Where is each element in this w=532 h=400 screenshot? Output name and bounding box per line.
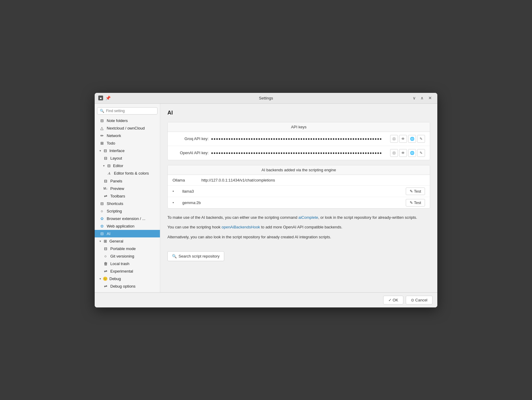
preview-icon: M↓	[103, 187, 108, 190]
sidebar-item-local-trash[interactable]: 🗑 Local trash	[95, 260, 160, 267]
nextcloud-icon: △	[99, 126, 104, 130]
layout-icon: ⊟	[103, 156, 108, 160]
editor-icon: ⊟	[106, 163, 111, 168]
network-icon: ✏	[99, 133, 104, 138]
debug-options-icon: ⇌	[103, 284, 108, 289]
sidebar-item-layout[interactable]: ⊟ Layout	[95, 154, 160, 162]
ollama-row: Ollama http://127.0.0.1:11434/v1/chat/co…	[168, 175, 430, 186]
chevron-down-icon-debug: ▾	[99, 277, 101, 280]
groq-api-label: Groq API key:	[173, 136, 209, 141]
browser-extension-icon: ✿	[99, 216, 104, 221]
pin-icon[interactable]: 📌	[105, 96, 111, 100]
sidebar-item-todo[interactable]: ⊞ Todo	[95, 139, 160, 147]
ollama-url: http://127.0.0.1:11434/v1/chat/completio…	[201, 178, 425, 182]
ollama-name: Ollama	[173, 178, 197, 182]
window-body: 🔍 ⊟ Note folders △ Nextcloud / ownCloud …	[95, 104, 437, 292]
groq-api-value: ●●●●●●●●●●●●●●●●●●●●●●●●●●●●●●●●●●●●●●●●…	[211, 137, 388, 141]
test-button-gemma[interactable]: ✎ Test	[406, 199, 425, 206]
model-bullet-gemma: •	[173, 200, 174, 205]
sidebar-item-toolbars[interactable]: ⇌ Toolbars	[95, 192, 160, 200]
model-name-llama3: llama3	[180, 189, 401, 194]
openai-link-button[interactable]: 🌐	[408, 149, 416, 157]
api-keys-header: API keys	[168, 122, 430, 132]
ai-icon: ⊟	[99, 231, 104, 236]
sidebar-item-browser-extension[interactable]: ✿ Browser extension / ...	[95, 215, 160, 222]
sidebar-item-git-versioning[interactable]: ○ Git versioning	[95, 252, 160, 260]
sidebar-item-editor[interactable]: ▾ ⊟ Editor	[95, 162, 160, 169]
sidebar-item-nextcloud[interactable]: △ Nextcloud / ownCloud	[95, 124, 160, 132]
cancel-button[interactable]: ⊙ Cancel	[406, 296, 433, 304]
openai-show-button[interactable]: 👁	[399, 149, 407, 157]
close-button[interactable]: ✕	[427, 95, 434, 101]
openai-backends-hook-link[interactable]: openAiBackendsHook	[222, 225, 260, 229]
info-text-1-suffix: , or look in the script repository for a…	[318, 215, 417, 220]
groq-link-button[interactable]: 🌐	[408, 135, 416, 143]
test-button-llama3[interactable]: ✎ Test	[406, 188, 425, 195]
info-section: To make use of the AI backends, you can …	[167, 213, 430, 245]
openai-api-row: OpenAI API key: ●●●●●●●●●●●●●●●●●●●●●●●●…	[168, 146, 430, 160]
panels-icon: ⊟	[103, 179, 108, 183]
sidebar-item-network[interactable]: ✏ Network	[95, 132, 160, 139]
window-title: Settings	[259, 96, 273, 100]
groq-api-actions: ⊡ 👁 🌐 ✎	[390, 135, 425, 143]
interface-icon: ⊟	[103, 148, 108, 153]
sidebar-item-ai[interactable]: ⊟ AI	[95, 230, 160, 237]
maximize-button[interactable]: ∧	[419, 95, 425, 101]
groq-show-button[interactable]: 👁	[399, 135, 407, 143]
backends-card: AI backends added via the scripting engi…	[167, 165, 430, 209]
titlebar-left: ■ 📌	[98, 96, 111, 100]
openai-api-value: ●●●●●●●●●●●●●●●●●●●●●●●●●●●●●●●●●●●●●●●●…	[211, 151, 388, 155]
git-versioning-icon: ○	[103, 254, 108, 258]
groq-copy-button[interactable]: ⊡	[390, 135, 398, 143]
model-name-gemma: gemma:2b	[180, 200, 401, 205]
groq-api-row: Groq API key: ●●●●●●●●●●●●●●●●●●●●●●●●●●…	[168, 132, 430, 146]
info-text-1-prefix: To make use of the AI backends, you can …	[167, 215, 298, 220]
sidebar-item-preview[interactable]: M↓ Preview	[95, 185, 160, 192]
search-input[interactable]	[106, 109, 155, 113]
model-bullet-llama3: •	[173, 189, 174, 194]
note-folders-icon: ⊟	[99, 118, 104, 123]
sidebar-item-shortcuts[interactable]: ⊟ Shortcuts	[95, 200, 160, 207]
experimental-icon: ⇌	[103, 269, 108, 273]
info-text-2-prefix: You can use the scripting hook	[167, 225, 222, 229]
sidebar-item-portable-mode[interactable]: ⊟ Portable mode	[95, 245, 160, 252]
sidebar-item-web-application[interactable]: ✿ Web application	[95, 222, 160, 230]
sidebar-item-note-folders[interactable]: ⊟ Note folders	[95, 117, 160, 124]
sidebar-item-debug[interactable]: ▾ 🙂 Debug	[95, 275, 160, 282]
scripting-icon: ○	[99, 209, 104, 213]
backends-header: AI backends added via the scripting engi…	[168, 165, 430, 175]
main-content: AI API keys Groq API key: ●●●●●●●●●●●●●●…	[160, 104, 437, 292]
debug-icon: 🙂	[103, 276, 108, 281]
search-repo-label: Search script repository	[179, 254, 220, 258]
openai-copy-button[interactable]: ⊡	[390, 149, 398, 157]
sidebar-item-scripting[interactable]: ○ Scripting	[95, 207, 160, 215]
local-trash-icon: 🗑	[103, 261, 108, 266]
openai-edit-button[interactable]: ✎	[417, 149, 425, 157]
groq-edit-button[interactable]: ✎	[417, 135, 425, 143]
general-icon: ⊞	[103, 239, 108, 243]
ai-complete-link[interactable]: aiComplete	[298, 215, 318, 220]
chevron-down-icon-general: ▾	[99, 240, 101, 243]
page-title: AI	[167, 110, 430, 116]
chevron-down-icon-editor: ▾	[103, 164, 105, 167]
sidebar-item-interface[interactable]: ▾ ⊟ Interface	[95, 147, 160, 154]
minimize-button[interactable]: ∨	[411, 95, 417, 101]
titlebar: ■ 📌 Settings ∨ ∧ ✕	[95, 93, 437, 104]
sidebar-item-general[interactable]: ▾ ⊞ General	[95, 237, 160, 245]
titlebar-controls: ∨ ∧ ✕	[411, 95, 434, 101]
web-application-icon: ✿	[99, 224, 104, 228]
chevron-down-icon: ▾	[99, 149, 101, 152]
search-box[interactable]: 🔍	[97, 107, 157, 115]
model-row-llama3: • llama3 ✎ Test	[168, 186, 430, 197]
search-repo-button[interactable]: 🔍 Search script repository	[167, 251, 224, 261]
shortcuts-icon: ⊟	[99, 201, 104, 206]
sidebar-item-experimental[interactable]: ⇌ Experimental	[95, 267, 160, 275]
sidebar-item-editor-fonts[interactable]: A Editor fonts & colors	[95, 169, 160, 177]
sidebar-item-debug-options[interactable]: ⇌ Debug options	[95, 282, 160, 290]
app-icon: ■	[98, 96, 103, 100]
ok-button[interactable]: ✓ OK	[383, 296, 403, 304]
info-paragraph-2: You can use the scripting hook openAiBac…	[167, 224, 430, 231]
info-paragraph-3: Alternatively, you can also look in the …	[167, 234, 430, 240]
info-text-2-suffix: to add more OpenAI API compatible backen…	[260, 225, 342, 229]
sidebar-item-panels[interactable]: ⊟ Panels	[95, 177, 160, 185]
